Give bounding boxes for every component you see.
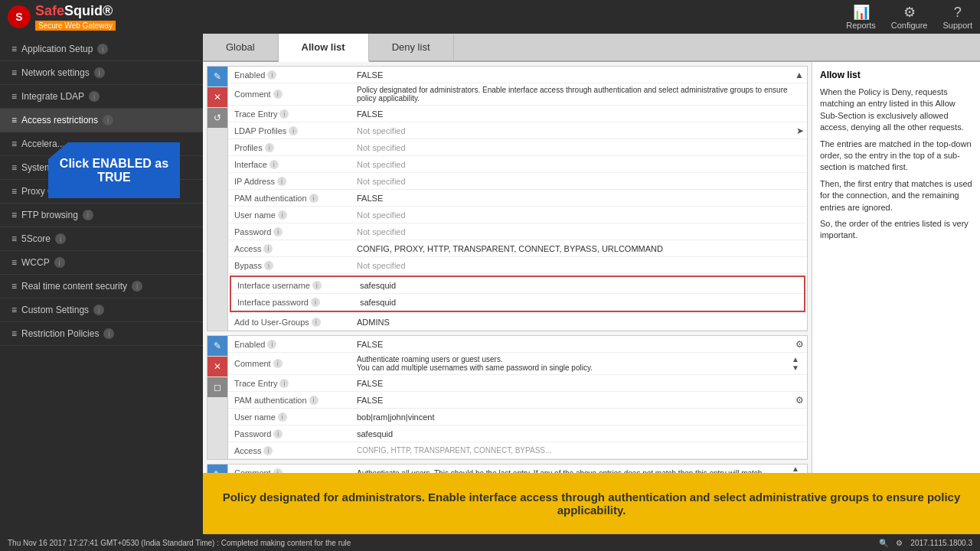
scroll-arrows-2: ▲ ▼	[792, 355, 807, 372]
settings-icon-status[interactable]: ⚙	[896, 539, 903, 547]
sidebar-item-restriction[interactable]: ≡ Restriction Policies i	[0, 322, 203, 346]
info-username-1: i	[278, 210, 287, 220]
info-bypass-1: i	[264, 261, 273, 270]
field-trace-2: Trace Entry i FALSE	[228, 375, 807, 392]
sidebar-label-network: Network settings	[21, 67, 90, 78]
field-comment-1: Comment i Policy designated for administ…	[228, 83, 807, 106]
field-usergroups-1: Add to User-Groups i ADMINS	[228, 314, 807, 331]
sidebar-item-wccp[interactable]: ≡ WCCP i	[0, 251, 203, 275]
ldap-arrow-icon[interactable]: ➤	[793, 126, 807, 136]
field-password-1: Password i Not specified	[228, 223, 807, 240]
sidebar-item-network[interactable]: ≡ Network settings i	[0, 61, 203, 85]
policy-fields-2: Enabled i FALSE ⚙ Comment i	[228, 336, 807, 459]
zoom-icon[interactable]: 🔍	[879, 539, 888, 547]
sidebar-item-access[interactable]: ≡ Access restrictions i	[0, 109, 203, 132]
sidebar-item-app-setup[interactable]: ≡ Application Setup i	[0, 37, 203, 61]
sidebar-label-accel: Accelera...	[21, 139, 65, 149]
status-bar: Thu Nov 16 2017 17:27:41 GMT+0530 (India…	[0, 534, 980, 551]
sidebar-label-system: System	[21, 162, 52, 173]
field-value-profiles-1: Not specified	[351, 141, 807, 155]
main-layout: ≡ Application Setup i ≡ Network settings…	[0, 34, 980, 534]
policy-entry-2: ✎ ✕ ◻ Enabled i FALSE ⚙	[207, 335, 808, 460]
sidebar-icon-sscore: ≡	[11, 233, 17, 244]
sidebar-icon-app: ≡	[11, 44, 17, 54]
policy-btn-edit-1[interactable]: ✎	[207, 67, 227, 86]
field-value-comment-2: Authenticate roaming users or guest user…	[351, 353, 792, 374]
policy-btn-delete-2[interactable]: ✕	[207, 357, 227, 377]
field-value-ifpass-1: safesquid	[354, 295, 804, 309]
field-value-password-2: safesquid	[351, 427, 807, 441]
policy-btn-edit-2[interactable]: ✎	[207, 336, 227, 356]
scroll-up-1[interactable]: ▲	[792, 70, 807, 80]
field-enabled-2: Enabled i FALSE ⚙	[228, 336, 807, 353]
sidebar-label-access: Access restrictions	[21, 115, 98, 126]
policy-btn-delete-1[interactable]: ✕	[207, 87, 227, 107]
sidebar-item-sscore[interactable]: ≡ 5Score i	[0, 227, 203, 251]
field-value-username-2: bob|ram|john|vincent	[351, 410, 807, 424]
scroll-up-2[interactable]: ▲	[792, 355, 807, 364]
sidebar-label-ldap: Integrate LDAP	[21, 91, 84, 102]
field-profiles-1: Profiles i Not specified	[228, 139, 807, 156]
settings-icon-2[interactable]: ⚙	[792, 339, 807, 350]
right-panel-title: Allow list	[820, 70, 972, 80]
sidebar-icon-accel: ≡	[11, 139, 17, 149]
logo-area: S SafeSquid® Secure Web Gateway	[8, 3, 116, 31]
policy-btn-reset-2[interactable]: ◻	[207, 377, 227, 397]
scroll-up-3[interactable]: ▲	[792, 465, 807, 473]
field-password-2: Password i safesquid	[228, 425, 807, 442]
field-value-username-1: Not specified	[351, 208, 807, 222]
sidebar-label-sscore: 5Score	[21, 233, 51, 244]
tabs-bar: Global Allow list Deny list	[203, 34, 980, 62]
info-enabled-2: i	[267, 340, 276, 349]
field-enabled-1: Enabled i FALSE ▲	[228, 67, 807, 83]
nav-reports[interactable]: 📊 Reports	[846, 4, 876, 30]
right-panel-p2: The entries are matched in the top-down …	[820, 139, 972, 174]
field-value-password-1: Not specified	[351, 225, 807, 239]
support-icon: ?	[942, 5, 972, 21]
info-password-1: i	[273, 227, 283, 236]
top-nav: 📊 Reports ⚙ Configure ? Support	[846, 4, 972, 30]
field-ifpass-1: Interface password i safesquid	[231, 294, 804, 311]
sidebar-icon-custom: ≡	[11, 305, 17, 315]
field-interface-1: Interface i Not specified	[228, 156, 807, 173]
field-bypass-1: Bypass i Not specified	[228, 257, 807, 274]
version-text: 2017.1115.1800.3	[910, 539, 972, 547]
scroll-down-2[interactable]: ▼	[792, 364, 807, 372]
logo-icon: S	[8, 5, 31, 28]
field-value-trace-2: FALSE	[351, 377, 807, 390]
field-pam-2: PAM authentication i FALSE ⚙	[228, 392, 807, 409]
info-icon-app: i	[97, 44, 108, 54]
sidebar-item-realtime[interactable]: ≡ Real time content security i	[0, 275, 203, 298]
sidebar-label-app: Application Setup	[21, 44, 93, 54]
sidebar-label-custom: Custom Settings	[21, 305, 89, 315]
field-username-1: User name i Not specified	[228, 207, 807, 223]
nav-support[interactable]: ? Support	[942, 5, 972, 30]
tab-allowlist[interactable]: Allow list	[279, 34, 369, 62]
configure-icon: ⚙	[891, 4, 928, 21]
info-comment-2: i	[273, 359, 283, 368]
sidebar-item-custom[interactable]: ≡ Custom Settings i	[0, 298, 203, 322]
yellow-bar: Policy designated for administrators. En…	[203, 473, 980, 534]
sidebar-icon-ftp: ≡	[11, 210, 17, 220]
status-right: 🔍 ⚙ 2017.1115.1800.3	[879, 539, 972, 547]
sidebar-icon-ldap: ≡	[11, 91, 17, 102]
tab-denylist[interactable]: Deny list	[369, 34, 454, 60]
info-access-2: i	[263, 446, 273, 455]
nav-configure[interactable]: ⚙ Configure	[891, 4, 928, 30]
info-icon-network: i	[94, 67, 105, 78]
sidebar-item-ldap[interactable]: ≡ Integrate LDAP i	[0, 85, 203, 109]
policy-fields-1: Enabled i FALSE ▲ Comment i	[228, 67, 807, 331]
right-panel-p4: So, the order of the entries listed is v…	[820, 218, 972, 242]
policy-btn-reset-1[interactable]: ↺	[207, 108, 227, 128]
sidebar: ≡ Application Setup i ≡ Network settings…	[0, 34, 203, 534]
top-bar: S SafeSquid® Secure Web Gateway 📊 Report…	[0, 0, 980, 34]
yellow-bar-text: Policy designated for administrators. En…	[218, 491, 965, 517]
sidebar-label-wccp: WCCP	[21, 257, 50, 268]
field-comment-2: Comment i Authenticate roaming users or …	[228, 353, 807, 375]
settings-icon-2b[interactable]: ⚙	[792, 395, 807, 406]
sidebar-icon-proxy: ≡	[11, 186, 17, 197]
sidebar-item-ftp[interactable]: ≡ FTP browsing i	[0, 204, 203, 227]
tab-global[interactable]: Global	[203, 34, 279, 60]
info-icon-custom: i	[93, 305, 104, 315]
field-ifuser-1: Interface username i safesquid	[231, 277, 804, 294]
